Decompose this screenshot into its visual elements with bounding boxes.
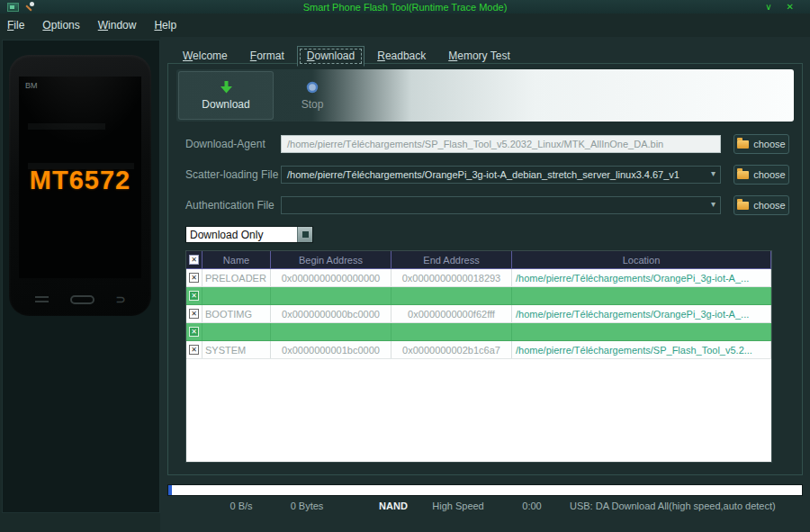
tab-memory-test[interactable]: Memory Test [438, 46, 519, 67]
checkbox-icon [189, 291, 199, 301]
checkbox-icon [189, 309, 199, 319]
menu-item-window[interactable]: Window [98, 19, 137, 32]
table-header: Name Begin Address End Address Location [186, 251, 771, 269]
select-all-checkbox[interactable] [186, 251, 202, 268]
download-mode-value: Download Only [186, 229, 297, 241]
cell-location: /home/pierre/Téléchargements/OrangePi_3g… [512, 269, 771, 286]
status-elapsed-time: 0:00 [511, 500, 553, 511]
scatter-file-combobox[interactable]: /home/pierre/Téléchargements/OrangePi_3g… [281, 166, 721, 184]
ghost-text-line [28, 123, 105, 130]
tab-label: Welcome [183, 50, 228, 62]
tab-readback[interactable]: Readback [367, 46, 436, 67]
cell-location [512, 287, 771, 304]
choose-button-label: choose [753, 200, 785, 211]
table-row[interactable] [186, 323, 771, 341]
table-row[interactable] [186, 287, 771, 305]
auth-file-combobox[interactable] [281, 196, 721, 214]
auth-file-label: Authentication File [185, 199, 281, 212]
tab-label: Memory Test [448, 50, 509, 62]
chipset-label: MT6572 [19, 166, 141, 195]
titlebar: Smart Phone Flash Tool(Runtime Trace Mod… [0, 0, 810, 14]
row-checkbox[interactable] [186, 323, 202, 340]
stop-button-label: Stop [302, 98, 324, 111]
phone-screen: BM MT6572 [19, 77, 141, 278]
minimize-button[interactable]: ∨ [765, 3, 771, 12]
stop-icon [306, 81, 319, 94]
stop-button[interactable]: Stop [286, 71, 338, 120]
row-checkbox[interactable] [186, 287, 202, 304]
statusbar: 0 B/s 0 Bytes NAND High Speed 0:00 USB: … [167, 499, 803, 514]
cell-begin-address: 0x0000000001bc0000 [271, 341, 392, 358]
cell-end-address: 0x0000000000018293 [392, 269, 512, 286]
cell-location [512, 323, 771, 340]
tab-format[interactable]: Format [240, 46, 294, 67]
tab-welcome[interactable]: Welcome [173, 46, 238, 67]
cell-name [202, 323, 271, 340]
status-usb-speed: High Speed [424, 500, 492, 511]
cell-end-address [392, 287, 512, 304]
status-storage-type: NAND [370, 500, 417, 511]
menu-item-file[interactable]: File [7, 19, 24, 32]
scatter-file-label: Scatter-loading File [185, 168, 281, 181]
cell-name: PRELOADER [202, 269, 271, 286]
tab-bar: Welcome Format Download Readback Memory … [173, 46, 523, 67]
close-button[interactable]: ✕ [787, 3, 794, 12]
download-mode-dropdown-button[interactable] [297, 227, 312, 242]
menu-item-help[interactable]: Help [154, 19, 176, 32]
row-checkbox[interactable] [186, 305, 202, 322]
table-row[interactable]: BOOTIMG 0x0000000000bc0000 0x0000000000f… [186, 305, 771, 323]
scatter-file-value: /home/pierre/Téléchargements/OrangePi_3g… [287, 169, 680, 180]
cell-begin-address [271, 323, 392, 340]
column-header-location[interactable]: Location [512, 251, 771, 268]
choose-button-label: choose [753, 139, 785, 149]
tab-label: Format [250, 50, 284, 62]
toolbar: Download Stop [176, 69, 794, 122]
download-arrow-icon [219, 80, 234, 95]
cell-location: /home/pierre/Téléchargements/SP_Flash_To… [512, 341, 771, 358]
status-usb-info: USB: DA Download All(high speed,auto det… [570, 500, 776, 511]
menubar: File Options Window Help [0, 14, 810, 37]
window-controls: ∨ ✕ [765, 3, 803, 12]
window-title: Smart Phone Flash Tool(Runtime Trace Mod… [0, 2, 810, 13]
checkbox-icon [189, 255, 199, 265]
scatter-file-choose-button[interactable]: choose [734, 165, 789, 185]
progress-bar [167, 484, 803, 496]
download-agent-row: Download-Agent /home/pierre/Téléchargeme… [185, 134, 789, 154]
phone-back-icon [116, 293, 126, 305]
cell-begin-address: 0x0000000000bc0000 [271, 305, 392, 322]
column-header-end-address[interactable]: End Address [392, 251, 512, 268]
download-mode-select[interactable]: Download Only [185, 226, 313, 243]
column-header-name[interactable]: Name [202, 251, 271, 268]
choose-button-label: choose [753, 169, 785, 180]
tab-download[interactable]: Download [297, 46, 364, 67]
tab-label: Download [307, 50, 355, 62]
cell-begin-address: 0x0000000000000000 [271, 269, 392, 286]
tab-label: Readback [377, 50, 426, 62]
chevron-down-icon [711, 200, 716, 209]
row-checkbox[interactable] [186, 269, 202, 286]
auth-file-choose-button[interactable]: choose [734, 195, 789, 215]
download-tab-page: Download Stop Download-Agent /home/pierr… [167, 63, 803, 475]
cell-location: /home/pierre/Téléchargements/OrangePi_3g… [512, 305, 771, 322]
cell-name [202, 287, 271, 304]
table-row[interactable]: PRELOADER 0x0000000000000000 0x000000000… [186, 269, 771, 287]
status-bytes: 0 Bytes [275, 500, 338, 511]
phone-home-button [70, 295, 94, 304]
download-button[interactable]: Download [178, 71, 274, 120]
download-agent-choose-button[interactable]: choose [734, 134, 789, 154]
download-agent-label: Download-Agent [185, 138, 281, 150]
checkbox-icon [189, 327, 199, 337]
row-checkbox[interactable] [186, 341, 202, 358]
partition-table: Name Begin Address End Address Location … [185, 250, 772, 463]
checkbox-icon [189, 273, 199, 283]
table-row[interactable]: SYSTEM 0x0000000001bc0000 0x0000000002b1… [186, 341, 771, 359]
download-agent-value: /home/pierre/Téléchargements/SP_Flash_To… [287, 139, 663, 149]
column-header-begin-address[interactable]: Begin Address [271, 251, 392, 268]
titlebar-icons [7, 2, 35, 12]
cell-name: BOOTIMG [202, 305, 271, 322]
cell-name: SYSTEM [202, 341, 271, 358]
menu-item-options[interactable]: Options [42, 19, 79, 32]
checkbox-icon [189, 345, 199, 355]
auth-file-row: Authentication File choose [185, 195, 789, 215]
download-agent-field[interactable]: /home/pierre/Téléchargements/SP_Flash_To… [281, 135, 721, 153]
